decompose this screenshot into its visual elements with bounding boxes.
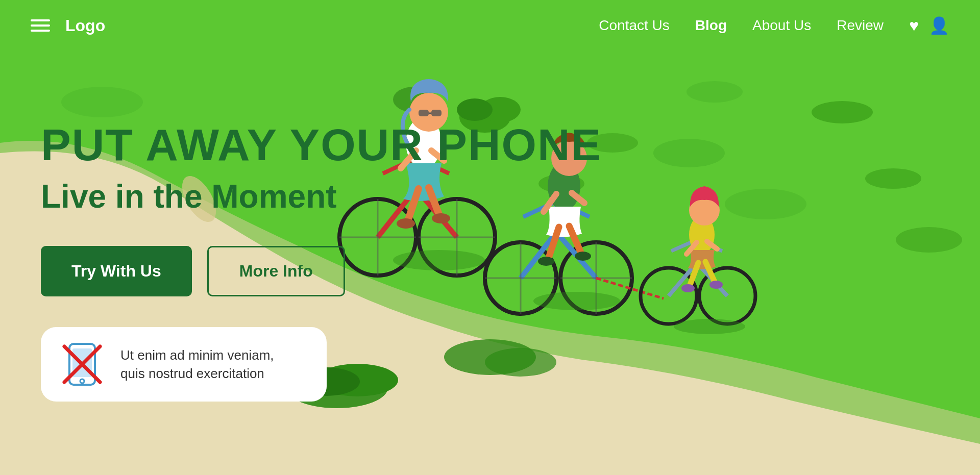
svg-point-14 — [687, 81, 743, 103]
logo: Logo — [65, 16, 105, 35]
hamburger-menu[interactable] — [31, 19, 50, 32]
nav-about-us[interactable]: About Us — [752, 17, 811, 34]
hero-title: PUT AWAY YOUR PHONE — [41, 122, 602, 167]
more-info-button[interactable]: More Info — [207, 246, 345, 296]
hero-section: Logo Contact Us Blog About Us Review ♥ 👤… — [0, 0, 980, 475]
info-card-text: Ut enim ad minim veniam, quis nostrud ex… — [120, 346, 274, 383]
svg-point-76 — [709, 281, 723, 289]
svg-rect-33 — [419, 110, 429, 116]
svg-point-8 — [725, 189, 806, 219]
nav-contact-us[interactable]: Contact Us — [599, 17, 670, 34]
hero-content: PUT AWAY YOUR PHONE Live in the Moment T… — [41, 122, 602, 402]
phone-no-icon — [59, 341, 105, 387]
svg-point-6 — [457, 98, 493, 121]
svg-point-10 — [865, 168, 921, 189]
nav-right: Contact Us Blog About Us Review ♥ 👤 — [599, 16, 949, 35]
svg-point-7 — [653, 139, 725, 167]
svg-point-9 — [812, 101, 873, 123]
nav-blog[interactable]: Blog — [695, 17, 727, 34]
user-icon[interactable]: 👤 — [929, 16, 949, 35]
svg-point-79 — [674, 319, 745, 334]
hero-subtitle: Live in the Moment — [41, 178, 602, 215]
nav-left: Logo — [31, 16, 105, 35]
hero-buttons: Try With Us More Info — [41, 246, 602, 296]
try-with-us-button[interactable]: Try With Us — [41, 246, 192, 296]
svg-point-82 — [80, 379, 84, 383]
svg-point-15 — [61, 87, 143, 117]
heart-icon[interactable]: ♥ — [909, 16, 919, 35]
svg-point-11 — [896, 227, 962, 253]
nav-icons: ♥ 👤 — [909, 16, 949, 35]
navbar: Logo Contact Us Blog About Us Review ♥ 👤 — [0, 0, 980, 51]
svg-rect-34 — [431, 110, 442, 116]
nav-review[interactable]: Review — [837, 17, 884, 34]
info-card: Ut enim ad minim veniam, quis nostrud ex… — [41, 327, 327, 402]
svg-point-75 — [681, 284, 695, 292]
